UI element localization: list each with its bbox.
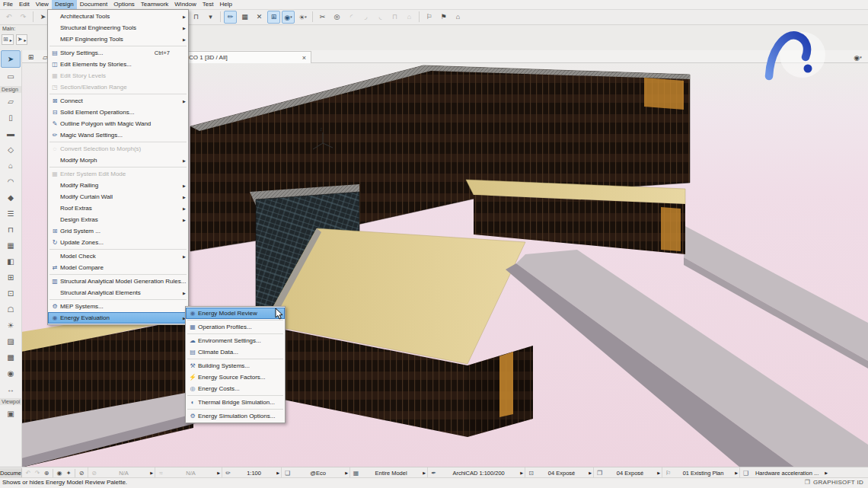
object-tool[interactable]: ☖ [1, 301, 21, 317]
viewpoint-tool[interactable]: ▣ [1, 406, 21, 422]
menu-item-energy-source-factors[interactable]: ⚡Energy Source Factors... [186, 372, 285, 383]
menu-item-structural-engineering-tools[interactable]: Structural Engineering Tools▶ [48, 22, 188, 33]
structure-display-control[interactable]: ▦Entire Model▶ [349, 467, 427, 478]
menu-item-energy-model-review[interactable]: ◉Energy Model Review [186, 308, 285, 319]
explore-icon[interactable]: ✦ [64, 470, 73, 477]
layer-control[interactable]: ❏@Eco▶ [281, 467, 349, 478]
menu-item-connect[interactable]: ⊠Connect▶ [48, 95, 188, 107]
menu-design[interactable]: Design [52, 0, 77, 9]
outline-polygon-icon: ✎ [49, 120, 60, 127]
menu-item-modify-railing[interactable]: Modify Railing▶ [48, 180, 188, 191]
stair-tool[interactable]: ☰ [1, 206, 21, 222]
menu-item-outline-polygon-with-magic-wand[interactable]: ✎Outline Polygon with Magic Wand [48, 118, 188, 129]
menu-item-operation-profiles[interactable]: ▦Operation Profiles... [186, 321, 285, 333]
menu-item-structural-analytical-elements[interactable]: Structural Analytical Elements▶ [48, 287, 188, 298]
menu-item-mep-engineering-tools[interactable]: MEP Engineering Tools▶ [48, 33, 188, 45]
zoom-icon[interactable]: ⊕ [42, 470, 51, 477]
curtain-wall-tool[interactable]: ▦ [1, 238, 21, 254]
column-tool[interactable]: ▯ [1, 110, 21, 126]
tab-eco-3d[interactable]: CO 1 [3D / All] × [185, 51, 311, 63]
menu-item-solid-element-operations[interactable]: ⊟Solid Element Operations... [48, 107, 188, 118]
menu-item-design-extras[interactable]: Design Extras▶ [48, 214, 188, 225]
menu-item-structural-analytical-model-generation-rules[interactable]: ▥Structural Analytical Model Generation … [48, 276, 188, 287]
model-view-options-control[interactable]: ⊡04 Exposé▶ [525, 467, 593, 478]
menu-item-update-zones[interactable]: ↻Update Zones... [48, 237, 188, 248]
environment-settings-icon: ☁ [187, 337, 198, 344]
menu-item-building-systems[interactable]: ⚒Building Systems... [186, 360, 285, 372]
menu-item-grid-system[interactable]: ⊞Grid System ... [48, 225, 188, 237]
window-tool[interactable]: ⊞ [1, 270, 21, 285]
mesh-tool[interactable]: ▩ [1, 349, 21, 365]
dimension-tool[interactable]: ↔ [1, 381, 21, 397]
menu-item-thermal-bridge-simulation[interactable]: ◐Thermal Bridge Simulation... [186, 397, 285, 408]
flag-icon[interactable]: ⚐ [423, 11, 436, 24]
lock-icon[interactable]: ⊓ [190, 11, 203, 24]
menu-edit[interactable]: Edit [16, 0, 33, 9]
slab-tool[interactable]: ◇ [1, 142, 21, 158]
select-tool[interactable]: ➤ [1, 50, 21, 68]
menu-item-climate-data[interactable]: ▤Climate Data... [186, 346, 285, 358]
split-icon[interactable]: ✕ [253, 11, 266, 24]
renovation-control[interactable]: ⚐01 Existing Plan▶ [662, 467, 739, 478]
flag-add-icon[interactable]: ⚑ [437, 11, 450, 24]
layer-combination-control[interactable]: ≈N/A▶ [155, 467, 222, 478]
brand-area[interactable]: ❐ GRAPHISOFT ID [805, 478, 863, 487]
scissors-icon[interactable]: ✂ [316, 11, 329, 24]
lock-dropdown-caret-icon[interactable]: ▾ [204, 11, 217, 24]
menu-item-roof-extras[interactable]: Roof Extras▶ [48, 203, 188, 214]
document-button[interactable]: Docume [0, 468, 22, 478]
menu-item-architectural-tools[interactable]: Architectural Tools▶ [48, 11, 188, 22]
zoom-options-icon[interactable]: ⊘ [77, 470, 86, 477]
menu-item-model-compare[interactable]: ⇄Model Compare [48, 262, 188, 273]
menu-file[interactable]: File [0, 0, 16, 9]
marquee-tool[interactable]: ▭ [1, 68, 21, 85]
beam-tool[interactable]: ▬ [1, 126, 21, 142]
menu-item-energy-evaluation[interactable]: ◉Energy Evaluation▶ [48, 312, 188, 324]
menu-item-environment-settings[interactable]: ☁Environment Settings... [186, 335, 285, 346]
menu-view[interactable]: View [33, 0, 52, 9]
orbit-icon[interactable]: ◉ [55, 470, 64, 477]
menu-document[interactable]: Document [77, 0, 110, 9]
view-settings-icon[interactable]: ◉▾ [851, 51, 864, 64]
menu-item-edit-elements-by-stories[interactable]: ◫Edit Elements by Stories... [48, 59, 188, 70]
door-tool[interactable]: ◧ [1, 254, 21, 270]
menu-test[interactable]: Test [199, 0, 217, 9]
tab-close-icon[interactable]: × [301, 54, 308, 62]
pick-up-parameters-icon[interactable]: ◎ [330, 11, 343, 24]
magic-wand-icon[interactable]: ✏ [224, 11, 237, 24]
renovation-filter-control[interactable]: ⊘N/A▶ [88, 467, 155, 478]
menu-options[interactable]: Options [110, 0, 138, 9]
roof-tool[interactable]: ⌂ [1, 158, 21, 174]
menu-item-energy-simulation-options[interactable]: ⚙Energy Simulation Options... [186, 410, 285, 422]
trim-elements-icon[interactable]: ▦ [238, 11, 251, 24]
scale-control[interactable]: ✏1:100▶ [222, 467, 281, 478]
3d-style-control[interactable]: ❑Hardware acceleration ...▶ [739, 467, 829, 478]
menu-window[interactable]: Window [171, 0, 199, 9]
menu-item-modify-curtain-wall[interactable]: Modify Curtain Wall▶ [48, 191, 188, 203]
lamp-tool[interactable]: ☀ [1, 317, 21, 333]
shell-tool[interactable]: ◠ [1, 174, 21, 190]
menu-item-energy-costs[interactable]: ◎Energy Costs... [186, 383, 285, 394]
pen-set-control[interactable]: ✒ArchiCAD 1:100/200▶ [427, 467, 525, 478]
wall-tool[interactable]: ▱ [1, 94, 21, 110]
graphic-override-control[interactable]: ❐04 Exposé▶ [593, 467, 662, 478]
adjust-icon[interactable]: ⊞ [267, 11, 280, 24]
quick-options-icon[interactable]: ⊞ [24, 51, 37, 64]
railing-tool[interactable]: ⊓ [1, 222, 21, 238]
favorites-combo[interactable]: ⊞▸ [2, 34, 14, 45]
menu-teamwork[interactable]: Teamwork [138, 0, 171, 9]
menu-item-magic-wand-settings[interactable]: ✏Magic Wand Settings... [48, 129, 188, 141]
morph-tool[interactable]: ◆ [1, 190, 21, 206]
selection-combo[interactable]: ➤▸ [16, 34, 28, 45]
home-icon[interactable]: ⌂ [452, 11, 464, 24]
menu-item-story-settings[interactable]: ▤Story Settings...Ctrl+7 [48, 47, 188, 59]
menu-help[interactable]: Help [216, 0, 235, 9]
sun-study-icon[interactable]: ☀▾ [296, 11, 309, 24]
menu-item-mep-systems[interactable]: ⚙MEP Systems... [48, 301, 188, 312]
camera-tool[interactable]: ◉ [1, 365, 21, 381]
menu-item-modify-morph[interactable]: Modify Morph▶ [48, 155, 188, 166]
skylight-tool[interactable]: ⊡ [1, 285, 21, 301]
menu-item-model-check[interactable]: Model Check▶ [48, 250, 188, 262]
zone-tool[interactable]: ▨ [1, 333, 21, 349]
camera-icon[interactable]: ◉▾ [282, 11, 295, 24]
